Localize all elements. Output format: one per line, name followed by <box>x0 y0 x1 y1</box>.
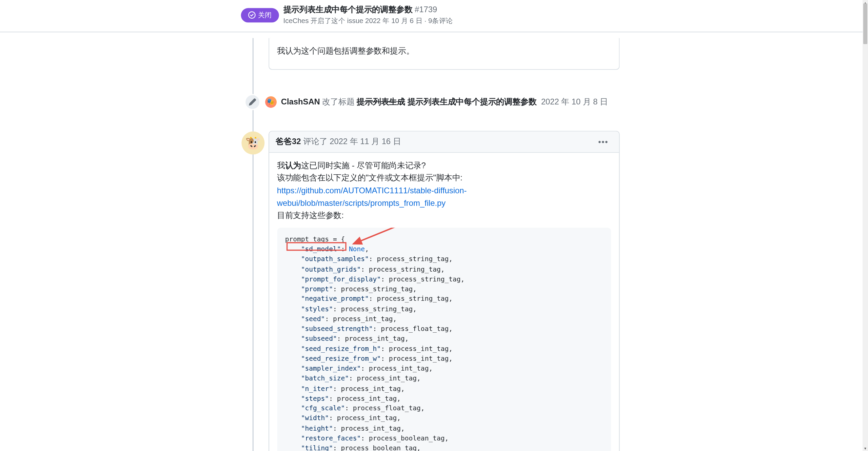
comment-author-avatar[interactable]: 🐮 <box>241 131 264 154</box>
issue-state-label: 关闭 <box>258 10 272 20</box>
issue-title[interactable]: 提示列表生成中每个提示的调整参数 #1739 <box>283 5 453 15</box>
issue-number: #1739 <box>415 5 437 14</box>
edit-event-icon <box>244 94 260 110</box>
event-user-avatar[interactable]: 🎭 <box>265 96 276 107</box>
scrollbar-thumb[interactable] <box>863 3 867 44</box>
comment-actions-menu[interactable]: ••• <box>595 136 612 147</box>
event-old-title: 提示列表生成 <box>357 97 405 106</box>
closed-check-icon <box>248 11 256 19</box>
svg-line-1 <box>353 228 421 244</box>
comment-date[interactable]: 2022 年 11 月 16 日 <box>330 136 401 145</box>
script-source-link[interactable]: https://github.com/AUTOMATIC1111/stable-… <box>277 185 467 207</box>
issue-opener-link[interactable]: IceChes <box>283 16 309 24</box>
event-user-link[interactable]: ClashSAN <box>281 97 320 106</box>
event-new-title: 提示列表生成中每个提示的调整参数 <box>405 97 536 106</box>
event-date: 2022 年 10 月 8 日 <box>541 97 608 106</box>
comment-body: 我认为这已同时实施 - 尽管可能尚未记录? 该功能包含在以下定义的"文件或文本框… <box>269 153 619 451</box>
issue-sticky-header: 关闭 提示列表生成中每个提示的调整参数 #1739 IceChes 开启了这个 … <box>0 0 868 32</box>
comment: 🐮 爸爸32 评论了 2022 年 11 月 16 日 ••• 我认为这已同时实… <box>268 131 619 451</box>
issue-subtitle: IceChes 开启了这个 issue 2022 年 10 月 6 日 · 9条… <box>283 16 453 26</box>
scroll-down-arrow[interactable]: ▼ <box>863 446 868 451</box>
title-change-event: 🎭 ClashSAN 改了标题 提示列表生成 提示列表生成中每个提示的调整参数 … <box>268 84 803 119</box>
comment-header: 爸爸32 评论了 2022 年 11 月 16 日 ••• <box>269 131 619 153</box>
comment-author-link[interactable]: 爸爸32 <box>276 136 301 145</box>
issue-state-badge: 关闭 <box>241 8 279 22</box>
issue-timeline: 我认为这个问题包括调整参数和提示。 🎭 ClashSAN 改了标题 提示列表生成… <box>65 32 803 451</box>
page-scrollbar[interactable]: ▲ ▼ <box>863 0 868 451</box>
code-block-prompt-tags[interactable]: prompt_tags = { "sd_model": None, "outpa… <box>277 228 611 451</box>
previous-comment-body: 我认为这个问题包括调整参数和提示。 <box>268 38 619 70</box>
